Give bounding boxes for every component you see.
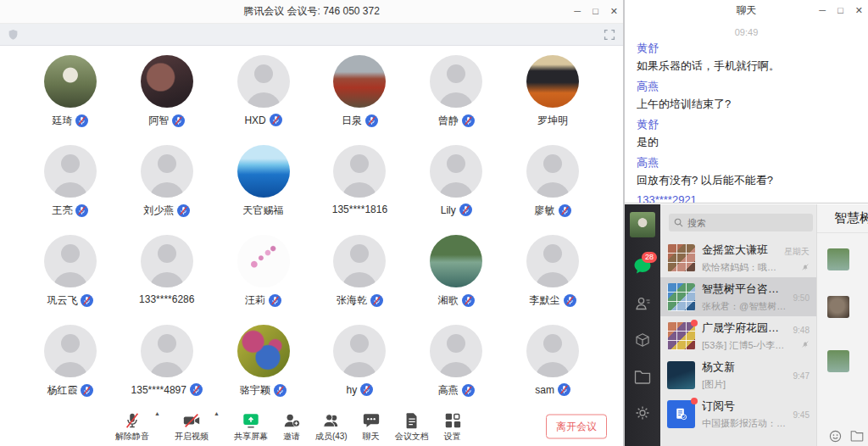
toolbar-label: 共享屏幕 (234, 431, 268, 443)
muted-mic-icon (190, 383, 203, 396)
participant-tile[interactable]: 李默尘 (504, 231, 601, 321)
unmute-button[interactable]: 解除静音 (115, 411, 149, 443)
wechat-chat-item[interactable]: 杨文新 [图片] 9:47 (660, 355, 816, 394)
wechat-favorites-tab[interactable] (634, 332, 651, 349)
meeting-window: 腾讯会议 会议号: 746 050 372 ─ □ ✕ 廷琦 阿智 HXD 日泉 (0, 0, 625, 446)
maximize-icon[interactable]: □ (593, 7, 598, 16)
close-icon[interactable]: ✕ (855, 6, 863, 15)
maximize-icon[interactable]: □ (837, 6, 843, 15)
document-icon (403, 411, 421, 430)
participant-tile[interactable]: 湘歌 (408, 231, 504, 321)
participant-name: 刘少燕 (143, 203, 174, 218)
participant-tile[interactable]: 汪莉 (215, 231, 312, 321)
start-video-button[interactable]: 开启视频 (175, 411, 209, 443)
minimize-icon[interactable]: ─ (819, 6, 826, 15)
avatar (237, 235, 290, 287)
chat-preview: [53条] 汇博5-小李：卧槽 (702, 339, 787, 352)
avatar (44, 145, 97, 198)
participant-tile[interactable]: 133****6286 (119, 231, 215, 321)
leave-meeting-button[interactable]: 离开会议 (546, 415, 607, 439)
avatar (237, 325, 290, 377)
send-file-icon[interactable] (850, 430, 864, 442)
gear-icon (634, 404, 651, 421)
participant-tile[interactable]: 曾静 (408, 52, 504, 142)
chat-button[interactable]: 聊天 (362, 411, 381, 443)
avatar (237, 55, 290, 108)
wechat-sidebar: 28 (625, 204, 660, 446)
chat-message: 黄舒 是的 (637, 117, 856, 150)
avatar (430, 145, 482, 198)
chat-name: 杨文新 (702, 360, 787, 375)
video-options-caret-icon[interactable]: ▲ (214, 410, 220, 416)
chat-name: 订阅号 (702, 399, 787, 414)
avatar (141, 325, 193, 377)
participant-tile[interactable]: 刘少燕 (119, 142, 215, 231)
muted-mic-icon (81, 294, 93, 307)
participant-tile[interactable]: 张海乾 (312, 231, 409, 321)
settings-button[interactable]: 设置 (443, 411, 462, 443)
participant-name: 天官赐福 (243, 203, 284, 218)
meeting-docs-button[interactable]: 会议文档 (395, 411, 429, 443)
chat-message-list[interactable]: 09:49 黄舒 如果乐器的话，手机就行啊。 高燕 上午的培训结束了? 黄舒 是… (625, 20, 868, 203)
muted-mic-icon (123, 411, 142, 430)
chat-sender: 黄舒 (637, 117, 856, 132)
toolbar-label: 聊天 (363, 431, 380, 443)
participant-tile[interactable]: 廷琦 (22, 52, 119, 142)
chat-message: 高燕 回放有没有? 以后能不能看? (637, 155, 856, 188)
wechat-chat-item[interactable]: 广晟学府花园业主群 [53条] 汇博5-小李：卧槽 9:48 (660, 316, 816, 355)
wechat-files-tab[interactable] (634, 370, 651, 384)
participant-tile[interactable]: 135****4897 (119, 321, 215, 411)
chat-sender: 133****2921 (637, 193, 856, 203)
chat-sender: 高燕 (637, 155, 856, 170)
muted-mic-icon (172, 114, 185, 127)
emoji-icon[interactable] (829, 430, 842, 443)
message-avatar[interactable] (827, 296, 849, 318)
invite-button[interactable]: 邀请 (282, 411, 301, 443)
wechat-contacts-tab[interactable] (634, 295, 651, 312)
avatar (333, 145, 386, 198)
wechat-chat-item[interactable]: 金摇篮大谦班 欧恰猪妈妈：哦，知道... 星期天 (660, 238, 816, 277)
avatar (430, 55, 482, 108)
participant-tile[interactable]: 巩云飞 (22, 231, 119, 321)
participant-name: 罗坤明 (537, 114, 568, 128)
avatar (526, 55, 579, 108)
wechat-settings-tab[interactable] (634, 404, 651, 421)
participant-tile[interactable]: Lily (408, 142, 504, 231)
wechat-chats-tab[interactable]: 28 (633, 258, 652, 275)
participant-tile[interactable]: hy (312, 321, 409, 411)
minimize-icon[interactable]: ─ (574, 7, 581, 16)
wechat-chat-item[interactable]: 订阅号 中国摄影报活动："疫"线... 9:45 (660, 394, 816, 433)
participant-tile[interactable]: 阿智 (119, 52, 215, 142)
muted-mic-icon (462, 294, 475, 307)
avatar (44, 325, 97, 377)
participant-tile[interactable]: 罗坤明 (504, 52, 601, 142)
message-avatar[interactable] (827, 350, 849, 372)
mic-options-caret-icon[interactable]: ▲ (154, 410, 160, 416)
participant-name: 李默尘 (530, 293, 560, 308)
participant-tile[interactable]: sam (504, 321, 601, 411)
avatar[interactable] (630, 212, 655, 237)
search-input[interactable] (669, 214, 813, 231)
participant-tile[interactable]: 高燕 (408, 321, 504, 411)
participant-tile[interactable]: 135****1816 (312, 142, 409, 231)
avatar (667, 361, 695, 389)
members-button[interactable]: 成员(43) (315, 411, 348, 443)
message-avatar[interactable] (827, 248, 849, 270)
share-screen-button[interactable]: 共享屏幕 (234, 411, 268, 443)
participant-tile[interactable]: 骆宇颖 (215, 321, 312, 411)
participant-tile[interactable]: 天官赐福 (215, 142, 312, 231)
muted-mic-icon (564, 294, 576, 307)
participant-tile[interactable]: 王亮 (22, 142, 119, 231)
wechat-chat-item-selected[interactable]: 智慧树平台咨询群 张秋君：@智慧树服务工... 9:50 (660, 277, 816, 316)
avatar (333, 55, 386, 108)
participant-tile[interactable]: 廖敏 (504, 142, 601, 231)
close-icon[interactable]: ✕ (610, 7, 618, 16)
muted-mic-icon (558, 383, 570, 396)
participant-tile[interactable]: HXD (215, 52, 312, 142)
participant-tile[interactable]: 日泉 (312, 52, 409, 142)
chat-time: 9:48 (793, 326, 810, 335)
participant-tile[interactable]: 杨红霞 (22, 321, 119, 411)
unread-dot (691, 398, 698, 404)
fullscreen-icon[interactable] (604, 29, 615, 41)
meeting-toolbar: 解除静音 ▲ 开启视频 ▲ 共享屏幕 邀请 成员(43) 聊天 会议文档 (0, 407, 623, 446)
